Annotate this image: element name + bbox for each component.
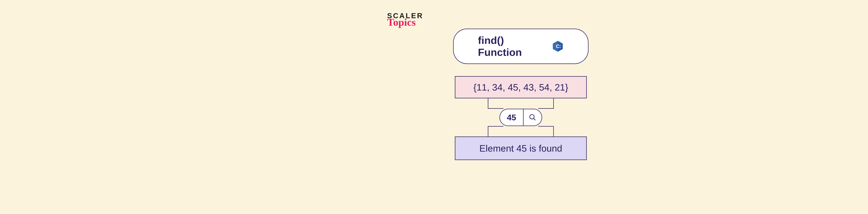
array-box: {11, 34, 45, 43, 54, 21} bbox=[455, 76, 587, 98]
svg-line-6 bbox=[534, 118, 535, 120]
svg-text:C: C bbox=[556, 43, 560, 49]
result-box: Element 45 is found bbox=[455, 137, 587, 160]
cpp-icon: C + + bbox=[552, 40, 564, 52]
svg-text:+: + bbox=[560, 46, 561, 49]
search-value: 45 bbox=[500, 109, 524, 126]
logo-topics-text: Topics bbox=[387, 17, 416, 27]
brand-logo: SCALER Topics bbox=[387, 12, 424, 27]
title-pill: find() Function C + + bbox=[453, 29, 589, 64]
svg-point-5 bbox=[530, 115, 534, 119]
connector-bottom bbox=[488, 126, 554, 137]
search-pill: 45 bbox=[499, 109, 542, 126]
title-text: find() Function bbox=[478, 34, 549, 58]
find-function-diagram: find() Function C + + {11, 34, 45, 43, 5… bbox=[453, 29, 589, 160]
search-icon bbox=[524, 109, 541, 126]
connector-top bbox=[488, 98, 554, 109]
